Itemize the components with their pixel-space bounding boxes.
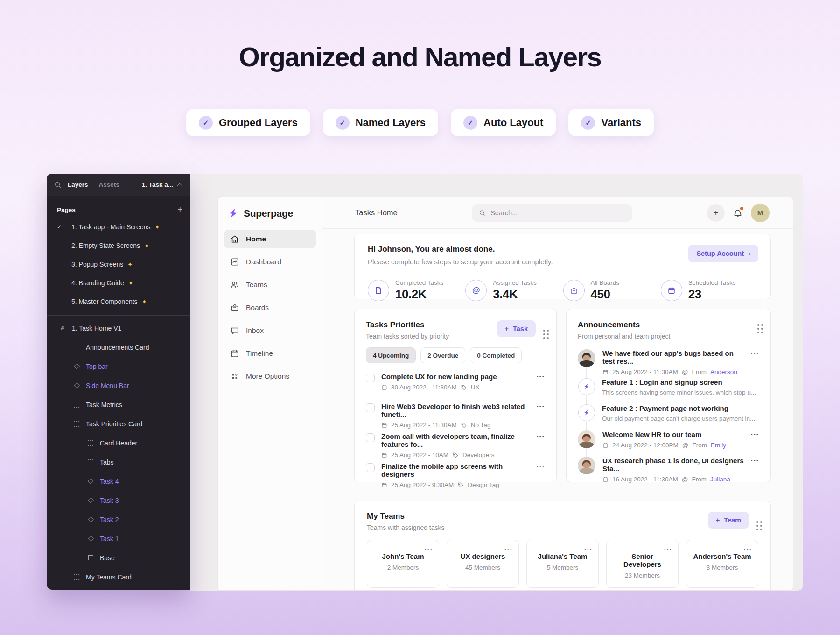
announcement-menu-icon[interactable]: •••	[751, 349, 759, 356]
stat-assigned-tasks: @ Assigned Tasks 3.4K	[465, 279, 563, 302]
page-item[interactable]: 3. Popup Screens ✦	[47, 255, 190, 274]
team-menu-icon[interactable]: •••	[664, 546, 672, 552]
from-name[interactable]: Juliana	[710, 476, 730, 483]
task-checkbox[interactable]	[366, 433, 375, 442]
task-checkbox[interactable]	[366, 463, 375, 472]
task-menu-icon[interactable]: •••	[537, 373, 545, 379]
layer-row[interactable]: Task 2	[47, 510, 190, 529]
setup-account-button[interactable]: Setup Account ›	[688, 245, 758, 262]
sidebar-nav: Home Dashboard Teams Boards Inbox Timeli…	[218, 230, 322, 386]
pages-header: Pages +	[57, 203, 182, 217]
tab-overdue[interactable]: 2 Overdue	[420, 347, 465, 363]
layer-row[interactable]: Task 1	[47, 529, 190, 548]
bolt-logo-icon	[228, 208, 239, 219]
layer-row[interactable]: Side Menu Bar	[47, 376, 190, 395]
page-item[interactable]: 4. Branding Guide ✦	[47, 274, 190, 292]
tab-upcoming[interactable]: 4 Upcoming	[366, 347, 416, 363]
sidebar-item-dashboard[interactable]: Dashboard	[224, 253, 316, 271]
team-card-andersons-team[interactable]: ••• Anderson's Team 3 Members	[686, 540, 758, 588]
sidebar-item-home[interactable]: Home	[224, 230, 316, 248]
team-menu-icon[interactable]: •••	[584, 546, 593, 552]
add-team-button[interactable]: + Team	[708, 512, 749, 529]
announcement-menu-icon[interactable]: •••	[751, 457, 759, 463]
page-item[interactable]: 5. Master Components ✦	[47, 292, 190, 311]
instance-icon	[87, 517, 94, 522]
layer-row[interactable]: Tabs	[47, 452, 190, 472]
plus-icon: +	[713, 208, 718, 218]
team-menu-icon[interactable]: •••	[425, 546, 433, 552]
user-avatar[interactable]: M	[751, 204, 770, 222]
announcement-item: UX research phase 1 is done, UI designer…	[578, 454, 759, 483]
add-button[interactable]: +	[707, 204, 725, 222]
sidebar-item-teams[interactable]: Teams	[224, 275, 316, 294]
tab-layers[interactable]: Layers	[68, 181, 88, 188]
page-heading: Tasks Home	[355, 208, 398, 217]
team-card-senior-developers[interactable]: ••• Senior Developers 23 Members	[606, 540, 679, 588]
badge-auto-layout: ✓ Auto Layout	[451, 109, 556, 136]
drag-handle-icon[interactable]	[543, 330, 545, 332]
layer-row[interactable]: Top bar	[47, 357, 190, 376]
badge-label: Variants	[601, 117, 641, 129]
card-title: My Teams	[367, 512, 445, 521]
task-checkbox[interactable]	[366, 374, 375, 382]
add-task-button[interactable]: + Task	[497, 320, 536, 337]
task-checkbox[interactable]	[366, 403, 375, 412]
task-menu-icon[interactable]: •••	[537, 402, 545, 409]
task-menu-icon[interactable]: •••	[537, 432, 545, 439]
search-icon[interactable]	[54, 181, 62, 189]
from-name[interactable]: Emily	[711, 442, 726, 449]
sparkle-icon: ✦	[127, 261, 133, 268]
at-icon: @	[682, 442, 689, 449]
search-input[interactable]	[490, 209, 625, 217]
sidebar-item-more-options[interactable]: More Options	[224, 367, 316, 386]
tab-assets[interactable]: Assets	[99, 181, 119, 188]
team-menu-icon[interactable]: •••	[744, 546, 752, 552]
tab-completed[interactable]: 0 Completed	[470, 347, 522, 363]
announcements-card: Announcements From personal and team pro…	[566, 309, 771, 482]
announcement-menu-icon[interactable]: •••	[751, 430, 759, 437]
add-page-icon[interactable]: +	[177, 205, 182, 214]
team-card-johns-team[interactable]: ••• John's Team 2 Members	[367, 540, 439, 588]
layer-label: Tabs	[100, 459, 114, 466]
tab-current-page[interactable]: 1. Task a...	[142, 181, 173, 188]
drag-handle-icon[interactable]	[757, 324, 759, 326]
layer-row[interactable]: My Teams Card	[47, 567, 190, 586]
page-item[interactable]: 2. Empty State Screens ✦	[47, 236, 190, 255]
layer-row[interactable]: # 1. Task Home V1	[47, 318, 190, 338]
search-bar[interactable]	[472, 204, 632, 222]
card-subtitle: Teams with assigned tasks	[367, 524, 445, 531]
team-card-julianas-team[interactable]: ••• Juliana's Team 5 Members	[526, 540, 599, 588]
notifications-button[interactable]	[733, 208, 743, 218]
chevron-up-icon[interactable]	[177, 183, 182, 188]
drag-handle-icon[interactable]	[756, 521, 758, 523]
layer-row[interactable]: Task 3	[47, 491, 190, 510]
task-row: Hire Web3 Developer to finish web3 relat…	[366, 397, 545, 427]
app-main: Tasks Home + M Hi Johnson, You are almos…	[322, 197, 793, 590]
from-name[interactable]: Anderson	[710, 368, 737, 375]
layer-label: Side Menu Bar	[86, 382, 129, 389]
layer-row[interactable]: Card Header	[47, 433, 190, 452]
layer-row[interactable]: Task 4	[47, 472, 190, 491]
header-actions: + M	[707, 204, 770, 222]
layer-row[interactable]: Announcements Card	[47, 338, 190, 357]
nav-label: Home	[246, 235, 266, 243]
timeline-icon	[230, 349, 239, 358]
sidebar-item-boards[interactable]: Boards	[224, 298, 316, 317]
team-menu-icon[interactable]: •••	[504, 546, 513, 552]
team-card-ux-designers[interactable]: ••• UX designers 45 Members	[447, 540, 519, 588]
task-date: 25 Aug 2022 - 11:30AM	[391, 422, 457, 429]
calendar-icon	[602, 369, 609, 375]
setup-account-label: Setup Account	[696, 250, 744, 257]
announcement-description: This screens having some minor issues, w…	[602, 389, 756, 396]
page-item[interactable]: ✓ 1. Task app - Main Screens ✦	[47, 218, 190, 236]
layer-row[interactable]: 2. Task app - Main Screens	[47, 586, 190, 590]
layer-row[interactable]: Base	[47, 548, 190, 567]
layer-row[interactable]: Task Priorities Card	[47, 414, 190, 433]
add-task-label: Task	[513, 325, 528, 332]
sidebar-item-inbox[interactable]: Inbox	[224, 321, 316, 340]
stat-scheduled-tasks: Scheduled Tasks 23	[661, 279, 758, 302]
badge-variants: ✓ Variants	[568, 109, 654, 136]
layer-row[interactable]: Task Metrics	[47, 395, 190, 414]
sidebar-item-timeline[interactable]: Timeline	[224, 344, 316, 363]
task-menu-icon[interactable]: •••	[537, 462, 545, 469]
